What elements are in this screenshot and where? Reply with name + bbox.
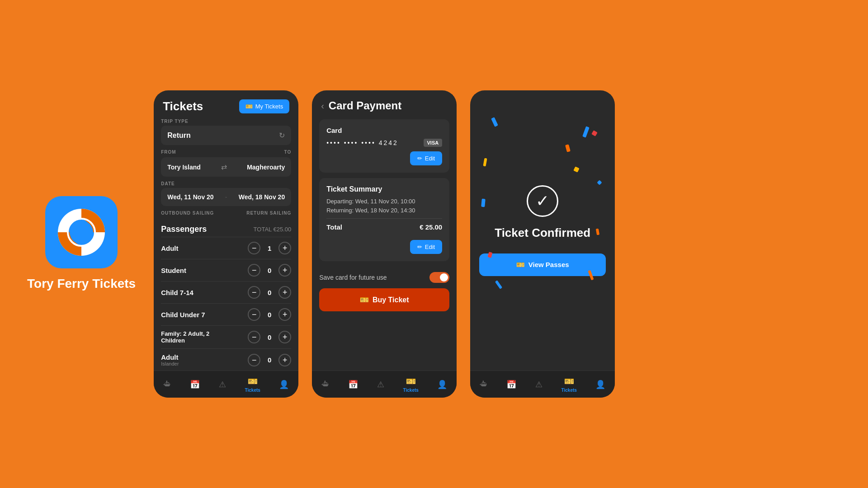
confetti-2	[565, 144, 571, 152]
confetti-3	[591, 130, 598, 136]
tickets-title: Tickets	[163, 99, 203, 113]
confetti-11	[481, 199, 486, 207]
nav-alert-1[interactable]: ⚠	[214, 377, 231, 392]
passenger-family: Family: 2 Adult, 2Children − 0 +	[161, 325, 291, 348]
passenger-name-islander: Adult	[161, 353, 179, 361]
date-from: Wed, 11 Nov 20	[167, 193, 213, 201]
trip-type-field[interactable]: Return ↻	[161, 126, 291, 145]
increment-under7[interactable]: +	[278, 308, 291, 321]
app-icon	[45, 196, 118, 268]
nav-tickets-1[interactable]: 🎫 Tickets	[241, 374, 265, 395]
summary-title: Ticket Summary	[326, 185, 442, 193]
count-islander: 0	[266, 356, 273, 364]
back-button[interactable]: ‹	[321, 101, 324, 111]
decrement-adult[interactable]: −	[248, 242, 260, 254]
decrement-child714[interactable]: −	[248, 286, 260, 299]
date-dash: -	[225, 193, 227, 201]
alert-icon-2: ⚠	[377, 380, 384, 389]
screen-payment: ‹ Card Payment Card •••• •••• •••• 4242 …	[312, 90, 457, 398]
ferry-icon-3: ⛴	[480, 380, 488, 389]
svg-point-2	[70, 221, 93, 244]
decrement-islander[interactable]: −	[248, 354, 260, 366]
nav-calendar-3[interactable]: 📅	[502, 377, 521, 392]
my-tickets-button[interactable]: 🎫 My Tickets	[239, 99, 289, 113]
trip-type-value: Return	[167, 131, 191, 140]
confetti-9	[495, 280, 502, 289]
passengers-title: Passengers	[161, 225, 207, 234]
passenger-child-714: Child 7-14 − 0 +	[161, 281, 291, 303]
decrement-under7[interactable]: −	[248, 308, 260, 321]
increment-adult[interactable]: +	[278, 242, 291, 254]
calendar-icon-3: 📅	[506, 380, 516, 389]
confetti-1	[582, 126, 590, 137]
nav-alert-3[interactable]: ⚠	[531, 377, 547, 392]
nav-profile-3[interactable]: 👤	[591, 377, 610, 392]
confetti-4	[491, 117, 498, 127]
increment-child714[interactable]: +	[278, 286, 291, 299]
increment-islander[interactable]: +	[278, 354, 291, 366]
tickets-icon-1: 🎫	[248, 376, 258, 386]
app-title: Tory Ferry Tickets	[27, 276, 136, 292]
bottom-nav-1: ⛴ 📅 ⚠ 🎫 Tickets 👤	[154, 371, 298, 398]
screen1-header: Tickets 🎫 My Tickets	[154, 90, 298, 119]
passenger-adult-islander: Adult Islander − 0 +	[161, 348, 291, 371]
confetti-5	[483, 158, 487, 167]
nav-calendar-2[interactable]: 📅	[344, 377, 363, 392]
refresh-icon: ↻	[279, 131, 285, 140]
passenger-sub-islander: Islander	[161, 361, 179, 366]
payment-title: Card Payment	[329, 99, 401, 112]
passenger-name-family: Family: 2 Adult, 2Children	[161, 330, 209, 344]
increment-student[interactable]: +	[278, 264, 291, 277]
nav-ferry-1[interactable]: ⛴	[159, 377, 176, 392]
decrement-student[interactable]: −	[248, 264, 260, 277]
alert-icon-3: ⚠	[535, 380, 542, 389]
date-to: Wed, 18 Nov 20	[239, 193, 285, 201]
nav-tickets-2[interactable]: 🎫 Tickets	[399, 374, 423, 395]
phone-screens: Tickets 🎫 My Tickets TRIP TYPE Return ↻ …	[154, 90, 615, 398]
edit-summary-button[interactable]: ✏ Edit	[410, 240, 442, 254]
decrement-family[interactable]: −	[248, 331, 260, 343]
screen-tickets: Tickets 🎫 My Tickets TRIP TYPE Return ↻ …	[154, 90, 298, 398]
increment-family[interactable]: +	[278, 331, 291, 343]
save-card-label: Save card for future use	[319, 274, 387, 281]
from-label: FROM	[161, 150, 282, 155]
passenger-name-adult: Adult	[161, 244, 178, 252]
counter-islander: − 0 +	[248, 354, 291, 366]
card-type: VISA	[424, 139, 443, 147]
nav-profile-1[interactable]: 👤	[274, 377, 293, 392]
nav-profile-2[interactable]: 👤	[433, 377, 452, 392]
counter-under7: − 0 +	[248, 308, 291, 321]
card-number: •••• •••• •••• 4242	[326, 139, 398, 146]
confirmed-content: ✓ Ticket Confirmed 🎫 View Passes	[470, 90, 615, 371]
tickets-label-2: Tickets	[403, 388, 419, 393]
date-field[interactable]: Wed, 11 Nov 20 - Wed, 18 Nov 20	[161, 188, 291, 206]
date-label: DATE	[161, 181, 291, 186]
ticket-icon: 🎫	[245, 103, 253, 110]
confetti-10	[574, 166, 580, 172]
counter-student: − 0 +	[248, 264, 291, 277]
from-to-field[interactable]: Tory Island ⇄ Magheroarty	[161, 157, 291, 177]
nav-alert-2[interactable]: ⚠	[373, 377, 389, 392]
to-label: TO	[284, 150, 291, 155]
nav-ferry-3[interactable]: ⛴	[475, 377, 492, 392]
nav-calendar-1[interactable]: 📅	[185, 377, 204, 392]
save-card-toggle[interactable]	[429, 272, 449, 283]
to-value: Magheroarty	[247, 164, 285, 171]
outbound-label: OUTBOUND SAILING	[161, 211, 245, 216]
bottom-nav-2: ⛴ 📅 ⚠ 🎫 Tickets 👤	[312, 371, 457, 398]
profile-icon-1: 👤	[279, 380, 289, 389]
ferry-icon-1: ⛴	[163, 380, 171, 389]
buy-ticket-button[interactable]: 🎫 Buy Ticket	[319, 288, 449, 311]
form-section: TRIP TYPE Return ↻ FROM TO Tory Island ⇄…	[154, 119, 298, 371]
nav-tickets-3[interactable]: 🎫 Tickets	[557, 374, 581, 395]
view-passes-button[interactable]: 🎫 View Passes	[479, 253, 606, 276]
nav-ferry-2[interactable]: ⛴	[317, 377, 334, 392]
ticket-summary-section: Ticket Summary Departing: Wed, 11 Nov 20…	[319, 178, 449, 261]
tickets-icon-3: 🎫	[564, 376, 574, 386]
passes-icon: 🎫	[516, 261, 525, 269]
edit-card-button[interactable]: ✏ Edit	[410, 151, 442, 165]
pencil-icon-1: ✏	[417, 155, 422, 162]
from-value: Tory Island	[167, 164, 201, 171]
passenger-name-student: Student	[161, 267, 186, 274]
total-label: Total	[326, 223, 342, 231]
